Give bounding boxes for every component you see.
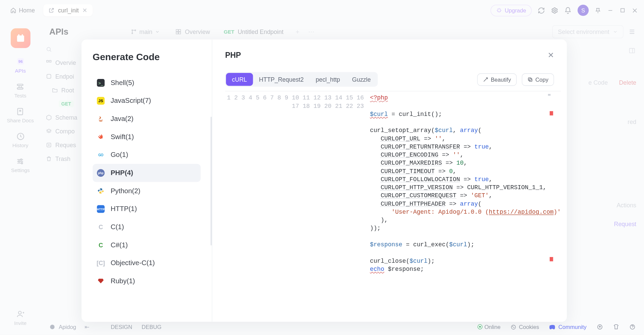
svg-point-32 <box>513 326 513 327</box>
beautify-button[interactable]: Beautify <box>477 73 516 86</box>
csharp-icon: C <box>97 241 105 249</box>
help-icon[interactable] <box>630 324 636 330</box>
svg-point-30 <box>50 325 54 329</box>
generate-code-modal: Generate Code >_Shell(5) JSJavaScript(7)… <box>82 39 567 322</box>
modal-language-panel: Generate Code >_Shell(5) JSJavaScript(7)… <box>82 39 212 322</box>
lib-tab-http-request2[interactable]: HTTP_Request2 <box>253 73 310 86</box>
copy-button[interactable]: Copy <box>522 73 554 86</box>
svg-rect-28 <box>529 78 532 81</box>
shirt-icon[interactable] <box>613 324 619 330</box>
cookies-button[interactable]: Cookies <box>511 324 539 330</box>
ruby-icon <box>97 277 105 285</box>
bottom-bar: Apidog ⇤ DESIGN DEBUG ⦿ Online Cookies C… <box>41 319 644 335</box>
discord-icon <box>549 324 556 330</box>
c-icon: C <box>97 223 105 231</box>
shell-icon: >_ <box>97 79 105 87</box>
lang-http[interactable]: HTTPHTTP(1) <box>93 200 201 218</box>
swift-icon <box>97 133 105 141</box>
wand-icon <box>482 77 488 82</box>
community-button[interactable]: Community <box>549 324 587 330</box>
line-gutter: 1 2 3 4 5 6 7 8 9 10 11 12 13 14 15 16 1… <box>225 91 370 316</box>
lang-java[interactable]: Java(2) <box>93 110 201 128</box>
lang-javascript[interactable]: JSJavaScript(7) <box>93 92 201 110</box>
mode-debug[interactable]: DEBUG <box>137 322 166 332</box>
brand-label: Apidog <box>49 324 76 330</box>
lang-ruby[interactable]: Ruby(1) <box>93 272 201 290</box>
lib-tab-pecl-http[interactable]: pecl_http <box>310 73 346 86</box>
language-list[interactable]: >_Shell(5) JSJavaScript(7) Java(2) Swift… <box>93 74 204 318</box>
lang-python[interactable]: Python(2) <box>93 182 201 200</box>
selected-language-title: PHP <box>225 51 241 60</box>
back-icon[interactable]: ⇤ <box>85 324 89 330</box>
library-tabs: cURL HTTP_Request2 pecl_http Guzzle <box>225 72 377 87</box>
close-icon[interactable]: ✕ <box>548 51 554 60</box>
python-icon <box>97 187 105 195</box>
lang-c[interactable]: CC(1) <box>93 218 201 236</box>
modal-title: Generate Code <box>93 51 204 62</box>
http-icon: HTTP <box>97 205 105 213</box>
js-icon: JS <box>97 97 105 105</box>
upload-icon[interactable] <box>597 324 603 330</box>
svg-point-31 <box>511 325 515 329</box>
lib-tab-guzzle[interactable]: Guzzle <box>346 73 377 86</box>
mode-design[interactable]: DESIGN <box>106 322 136 332</box>
minimap <box>550 94 554 261</box>
lang-csharp[interactable]: CC#(1) <box>93 236 201 254</box>
svg-rect-29 <box>528 78 531 80</box>
code-editor[interactable]: 1 2 3 4 5 6 7 8 9 10 11 12 13 14 15 16 1… <box>212 91 567 316</box>
lang-go[interactable]: GOGo(1) <box>93 146 201 164</box>
java-icon <box>97 115 105 123</box>
go-icon: GO <box>97 151 105 159</box>
lang-shell[interactable]: >_Shell(5) <box>93 74 201 92</box>
status-online: ⦿ Online <box>477 324 500 330</box>
code-content[interactable]: <?php $curl = curl_init(); curl_setopt_a… <box>370 91 561 316</box>
lang-php[interactable]: phpPHP(4) <box>93 164 201 182</box>
cookie-icon <box>511 324 516 330</box>
lang-swift[interactable]: Swift(1) <box>93 128 201 146</box>
modal-code-panel: PHP ✕ cURL HTTP_Request2 pecl_http Guzzl… <box>212 39 567 322</box>
svg-point-33 <box>514 327 514 328</box>
copy-icon <box>527 77 533 82</box>
lib-tab-curl[interactable]: cURL <box>226 73 253 86</box>
php-icon: php <box>97 169 105 177</box>
lang-objective-c[interactable]: [C]Objective-C(1) <box>93 254 201 272</box>
brand-icon <box>49 324 55 330</box>
objc-icon: [C] <box>97 259 105 267</box>
